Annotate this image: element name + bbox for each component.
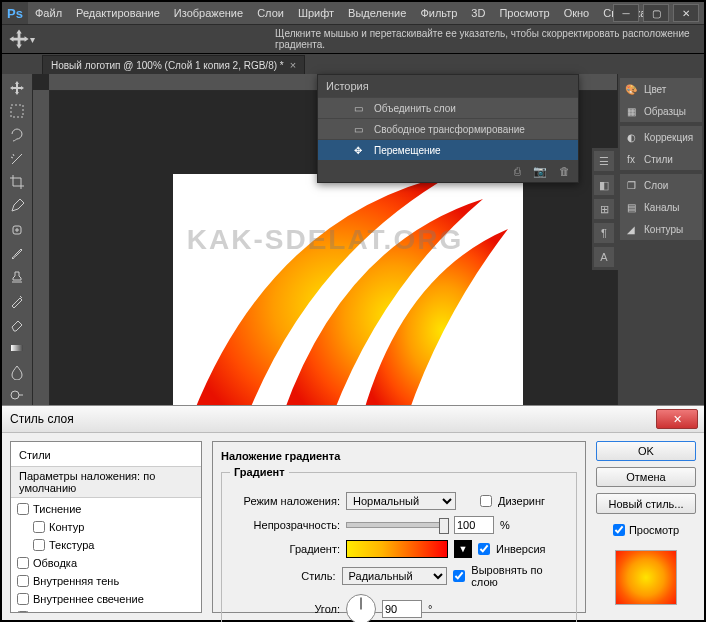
blend-mode-select[interactable]: Нормальный: [346, 492, 456, 510]
style-select[interactable]: Радиальный: [342, 567, 448, 585]
menu-3d[interactable]: 3D: [464, 2, 492, 24]
menu-filter[interactable]: Фильтр: [413, 2, 464, 24]
svg-point-3: [11, 391, 19, 399]
svg-rect-0: [11, 105, 23, 117]
eyedropper-tool[interactable]: [6, 196, 28, 216]
history-item[interactable]: ▭Свободное трансформирование: [318, 118, 578, 139]
color-icon: 🎨: [623, 81, 639, 97]
lasso-tool[interactable]: [6, 125, 28, 145]
panel-channels[interactable]: ▤Каналы: [620, 196, 702, 218]
opacity-slider[interactable]: [346, 522, 448, 528]
opacity-input[interactable]: [454, 516, 494, 534]
style-stroke[interactable]: Обводка: [11, 554, 201, 572]
menu-type[interactable]: Шрифт: [291, 2, 341, 24]
bevel-checkbox[interactable]: [17, 503, 29, 515]
inner-glow-checkbox[interactable]: [17, 593, 29, 605]
brush-tool[interactable]: [6, 243, 28, 263]
history-brush-tool[interactable]: [6, 291, 28, 311]
menu-select[interactable]: Выделение: [341, 2, 413, 24]
window-maximize-button[interactable]: ▢: [643, 4, 669, 22]
style-inner-glow[interactable]: Внутреннее свечение: [11, 590, 201, 608]
reverse-checkbox[interactable]: [478, 543, 490, 555]
satin-checkbox[interactable]: [17, 611, 29, 613]
panel-styles[interactable]: fxСтили: [620, 148, 702, 170]
inner-shadow-checkbox[interactable]: [17, 575, 29, 587]
panel-layers[interactable]: ❐Слои: [620, 174, 702, 196]
pct-label: %: [500, 519, 510, 531]
history-item-selected[interactable]: ✥Перемещение: [318, 139, 578, 160]
adjustments-icon: ◐: [623, 129, 639, 145]
menu-bar: Ps Файл Редактирование Изображение Слои …: [2, 2, 704, 25]
align-checkbox[interactable]: [453, 570, 465, 582]
style-bevel[interactable]: Тиснение: [11, 500, 201, 518]
contour-checkbox[interactable]: [33, 521, 45, 533]
cancel-button[interactable]: Отмена: [596, 467, 696, 487]
preview-checkbox[interactable]: [613, 524, 625, 536]
history-panel[interactable]: История ▭Объединить слои ▭Свободное тран…: [317, 74, 579, 183]
panel-color[interactable]: 🎨Цвет: [620, 78, 702, 100]
window-close-button[interactable]: ✕: [673, 4, 699, 22]
mini-dock-btn[interactable]: ◧: [594, 175, 614, 195]
gradient-label: Градиент:: [230, 543, 340, 555]
menu-view[interactable]: Просмотр: [492, 2, 556, 24]
reverse-label: Инверсия: [496, 543, 546, 555]
blend-mode-label: Режим наложения:: [230, 495, 340, 507]
close-tab-icon[interactable]: ×: [290, 59, 296, 71]
texture-checkbox[interactable]: [33, 539, 45, 551]
styles-header[interactable]: Стили: [11, 446, 201, 464]
move-tool[interactable]: [6, 78, 28, 98]
stamp-tool[interactable]: [6, 267, 28, 287]
eraser-tool[interactable]: [6, 314, 28, 334]
history-trash-icon[interactable]: 🗑: [559, 165, 570, 177]
mini-dock: ☰ ◧ ⊞ ¶ A: [592, 148, 620, 270]
crop-tool[interactable]: [6, 173, 28, 193]
menu-file[interactable]: Файл: [28, 2, 69, 24]
fieldset-label: Градиент: [230, 466, 289, 478]
move-icon: ✥: [348, 145, 368, 156]
panel-paths[interactable]: ◢Контуры: [620, 218, 702, 240]
merge-icon: ▭: [348, 103, 368, 114]
blend-defaults[interactable]: Параметры наложения: по умолчанию: [11, 466, 201, 498]
dodge-tool[interactable]: [6, 385, 28, 405]
panel-swatches[interactable]: ▦Образцы: [620, 100, 702, 122]
gradient-tool[interactable]: [6, 338, 28, 358]
window-minimize-button[interactable]: ─: [613, 4, 639, 22]
history-new-doc-icon[interactable]: ⎙: [514, 165, 521, 177]
dither-checkbox[interactable]: [480, 495, 492, 507]
style-inner-shadow[interactable]: Внутренняя тень: [11, 572, 201, 590]
menu-window[interactable]: Окно: [557, 2, 597, 24]
panel-adjustments[interactable]: ◐Коррекция: [620, 126, 702, 148]
mini-dock-btn[interactable]: A: [594, 247, 614, 267]
layers-icon: ❐: [623, 177, 639, 193]
gradient-settings: Наложение градиента Градиент Режим налож…: [212, 441, 586, 613]
style-contour[interactable]: Контур: [11, 518, 201, 536]
stroke-checkbox[interactable]: [17, 557, 29, 569]
mini-dock-btn[interactable]: ¶: [594, 223, 614, 243]
blur-tool[interactable]: [6, 362, 28, 382]
mini-dock-btn[interactable]: ☰: [594, 151, 614, 171]
menu-edit[interactable]: Редактирование: [69, 2, 167, 24]
menu-image[interactable]: Изображение: [167, 2, 250, 24]
wand-tool[interactable]: [6, 149, 28, 169]
angle-input[interactable]: [382, 600, 422, 618]
angle-dial[interactable]: [346, 594, 376, 622]
document-canvas[interactable]: [173, 174, 523, 414]
angle-label: Угол:: [230, 603, 340, 615]
style-texture[interactable]: Текстура: [11, 536, 201, 554]
dialog-close-button[interactable]: ✕: [656, 409, 698, 429]
marquee-tool[interactable]: [6, 102, 28, 122]
gradient-picker-arrow[interactable]: ▼: [454, 540, 472, 558]
history-snapshot-icon[interactable]: 📷: [533, 165, 547, 178]
options-bar: ▾ Щелкните мышью и перетаскивайте ее ука…: [2, 25, 704, 54]
mini-dock-btn[interactable]: ⊞: [594, 199, 614, 219]
dialog-titlebar[interactable]: Стиль слоя ✕: [2, 406, 704, 433]
style-satin[interactable]: Глянец: [11, 608, 201, 613]
dialog-title: Стиль слоя: [10, 412, 74, 426]
history-item[interactable]: ▭Объединить слои: [318, 97, 578, 118]
ok-button[interactable]: OK: [596, 441, 696, 461]
gradient-preview[interactable]: [346, 540, 448, 558]
menu-layers[interactable]: Слои: [250, 2, 291, 24]
heal-tool[interactable]: [6, 220, 28, 240]
new-style-button[interactable]: Новый стиль...: [596, 493, 696, 513]
document-tab[interactable]: Новый логотип @ 100% (Слой 1 копия 2, RG…: [42, 55, 305, 75]
